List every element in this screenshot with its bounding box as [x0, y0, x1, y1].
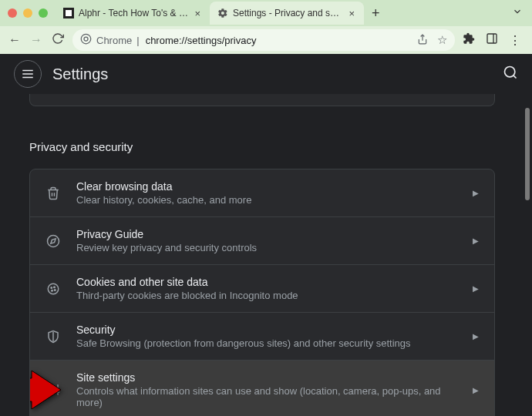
settings-app: Settings Privacy and security Clear brow… [0, 54, 532, 416]
close-window-icon[interactable] [8, 8, 17, 18]
compass-icon [45, 233, 61, 249]
extensions-icon[interactable] [463, 32, 475, 48]
prev-card-stub [29, 94, 495, 106]
forward-button[interactable]: → [29, 33, 43, 47]
svg-point-2 [81, 34, 91, 44]
svg-point-18 [55, 289, 56, 290]
window-traffic-lights[interactable] [8, 8, 56, 18]
app-title: Settings [52, 65, 108, 83]
row-desc: Controls what information sites can use … [76, 385, 457, 408]
svg-point-16 [54, 287, 56, 288]
reload-button[interactable] [51, 32, 65, 48]
new-tab-button[interactable]: + [364, 5, 388, 22]
section-title: Privacy and security [15, 117, 509, 169]
row-title: Security [76, 324, 457, 336]
url-text: chrome://settings/privacy [146, 35, 257, 46]
privacy-card: Clear browsing data Clear history, cooki… [29, 169, 495, 416]
row-clear-browsing-data[interactable]: Clear browsing data Clear history, cooki… [30, 169, 494, 217]
chevron-right-icon: ▶ [473, 284, 479, 293]
chevron-right-icon: ▶ [473, 189, 479, 197]
scrollbar-thumb[interactable] [525, 108, 530, 200]
row-desc: Review key privacy and security controls [76, 242, 457, 253]
svg-point-10 [505, 66, 515, 76]
omnibox[interactable]: Chrome | chrome://settings/privacy ☆ [72, 29, 455, 51]
tab-title: Alphr - Tech How To's & Guides [79, 8, 188, 18]
tab-close-icon[interactable]: × [193, 8, 202, 19]
svg-marker-20 [29, 371, 61, 409]
search-button[interactable] [503, 65, 518, 84]
shield-icon [45, 329, 61, 344]
content-scroll: Privacy and security Clear browsing data… [0, 94, 524, 416]
svg-point-14 [48, 283, 59, 294]
svg-point-15 [51, 287, 52, 288]
svg-rect-1 [66, 10, 72, 16]
toolbar: ← → Chrome | chrome://settings/privacy ☆ [0, 26, 532, 54]
tab-alphr[interactable]: Alphr - Tech How To's & Guides × [56, 2, 210, 25]
chrome-icon [80, 33, 92, 47]
url-divider: | [136, 35, 139, 46]
tab-close-icon[interactable]: × [347, 8, 356, 19]
annotation-arrow-icon [29, 371, 61, 409]
url-scheme: Chrome [96, 35, 132, 46]
row-privacy-guide[interactable]: Privacy Guide Review key privacy and sec… [30, 217, 494, 265]
row-desc: Third-party cookies are blocked in Incog… [76, 290, 457, 301]
row-title: Privacy Guide [76, 228, 457, 240]
svg-line-11 [513, 75, 517, 78]
row-desc: Safe Browsing (protection from dangerous… [76, 337, 457, 349]
row-security[interactable]: Security Safe Browsing (protection from … [30, 313, 494, 361]
trash-icon [45, 186, 61, 201]
kebab-menu-icon[interactable]: ⋮ [509, 33, 521, 48]
row-desc: Clear history, cookies, cache, and more [76, 194, 457, 206]
bookmark-icon[interactable]: ☆ [437, 33, 447, 47]
side-panel-icon[interactable] [486, 32, 498, 48]
tab-settings[interactable]: Settings - Privacy and security × [210, 2, 364, 25]
svg-point-12 [48, 235, 59, 247]
chevron-right-icon: ▶ [473, 237, 479, 245]
row-title: Site settings [76, 371, 457, 384]
chevron-right-icon: ▶ [473, 332, 479, 341]
menu-button[interactable] [14, 60, 42, 88]
tab-strip: Alphr - Tech How To's & Guides × Setting… [0, 0, 532, 26]
tab-title: Settings - Privacy and security [233, 8, 342, 18]
maximize-window-icon[interactable] [39, 8, 48, 18]
row-cookies[interactable]: Cookies and other site data Third-party … [30, 265, 494, 313]
app-header: Settings [0, 54, 532, 94]
share-icon[interactable] [417, 34, 428, 47]
cookie-icon [45, 281, 61, 297]
svg-point-3 [84, 37, 88, 41]
row-title: Clear browsing data [76, 180, 457, 193]
minimize-window-icon[interactable] [23, 8, 32, 18]
row-title: Cookies and other site data [76, 276, 457, 288]
browser-chrome: Alphr - Tech How To's & Guides × Setting… [0, 0, 532, 54]
svg-marker-13 [51, 238, 56, 243]
chevron-right-icon: ▶ [473, 386, 479, 394]
row-site-settings[interactable]: Site settings Controls what information … [30, 361, 494, 416]
tab-overflow-icon[interactable] [512, 6, 523, 20]
gear-icon [217, 8, 228, 18]
back-button[interactable]: ← [8, 33, 22, 47]
svg-point-17 [52, 290, 53, 291]
alphr-favicon-icon [63, 8, 74, 18]
svg-rect-5 [487, 34, 497, 43]
